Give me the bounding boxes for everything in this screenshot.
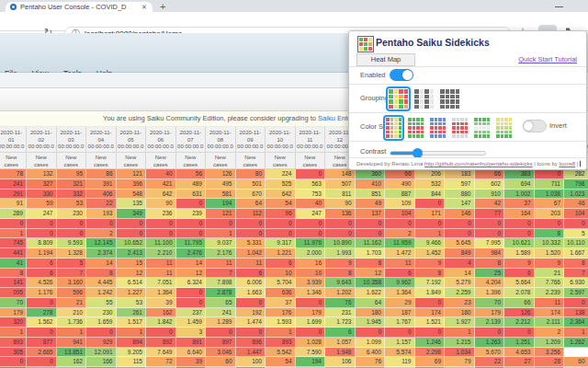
table-cell[interactable]: 1.593 [266,317,296,328]
table-cell[interactable]: 0 [325,229,356,239]
table-cell[interactable]: 1.517 [117,317,147,328]
table-cell[interactable]: 1.251 [504,338,535,348]
table-cell[interactable]: 90 [325,199,356,209]
column-header-measure[interactable]: Newcases [296,153,326,169]
table-cell[interactable]: 164 [504,209,535,219]
table-cell[interactable]: 6.640 [176,348,207,358]
table-cell[interactable]: 247 [296,209,326,219]
table-cell[interactable]: 8 [356,259,386,269]
table-cell[interactable]: 6 [27,269,57,279]
table-cell[interactable]: 203 [535,209,565,219]
table-cell[interactable]: 0 [504,229,535,239]
table-cell[interactable]: 54 [266,199,296,209]
table-cell[interactable]: 0 [57,219,87,229]
grouping-option-heatmap-whole[interactable] [439,88,460,109]
table-cell[interactable]: 844 [415,190,446,200]
table-cell[interactable]: 126 [206,169,236,179]
table-cell[interactable]: 1 [445,328,475,338]
table-cell[interactable]: 0 [445,219,475,229]
table-cell[interactable]: 40 [146,169,176,179]
grouping-option-heatmap-table[interactable] [388,88,409,109]
table-cell[interactable]: 10 [266,269,296,279]
enabled-toggle[interactable] [390,69,413,81]
table-cell[interactable] [564,348,588,358]
column-header-date[interactable]: 2020-11-0100:00:00.0 [0,127,27,153]
table-cell[interactable]: 2.665 [27,348,57,358]
table-cell[interactable]: 90 [146,199,176,209]
table-cell[interactable]: 104 [385,209,415,219]
table-cell[interactable]: 349 [117,209,147,219]
table-cell[interactable]: 2.176 [206,248,236,259]
table-cell[interactable]: 22 [86,199,117,209]
table-cell[interactable]: 146 [445,209,475,219]
table-cell[interactable]: 525 [266,179,296,190]
table-cell[interactable]: 6 [504,269,535,279]
table-cell[interactable]: 7.766 [535,278,565,288]
table-cell[interactable]: 0 [325,219,356,229]
table-cell[interactable]: 25 [475,269,505,279]
table-cell[interactable]: 66 [385,169,415,179]
table-cell[interactable]: 11.162 [356,238,386,248]
icons8-link[interactable]: Icons8 [559,161,575,167]
table-cell[interactable]: 12.091 [86,348,117,358]
column-header-measure[interactable]: Newcases [57,153,87,169]
table-cell[interactable]: 7.192 [415,278,446,288]
table-cell[interactable]: 1.209 [535,338,565,348]
column-header-measure[interactable]: Newcases [27,153,57,169]
table-cell[interactable]: 16 [296,259,326,269]
table-cell[interactable]: 631 [176,190,207,200]
table-cell[interactable]: 6 [325,328,356,338]
table-cell[interactable]: 1.038 [535,190,565,200]
table-cell[interactable]: 39 [146,298,176,308]
table-cell[interactable]: 180 [445,308,475,318]
table-cell[interactable]: 1 [0,328,27,338]
table-cell[interactable]: 80 [236,169,266,179]
table-cell[interactable]: 119 [385,357,415,367]
table-cell[interactable]: 1.346 [296,288,326,298]
table-cell[interactable]: 278 [27,308,57,318]
table-cell[interactable]: 745 [0,238,27,248]
window-minimize-button[interactable] [555,6,563,7]
table-cell[interactable]: 194 [206,199,236,209]
table-cell[interactable]: 383 [504,169,535,179]
table-cell[interactable]: 441 [0,248,27,259]
table-cell[interactable]: 849 [445,248,475,259]
quick-start-tutorial-link[interactable]: Quick Start Tutorial [518,55,577,63]
table-cell[interactable]: 1.945 [356,317,386,328]
table-cell[interactable]: 2.364 [564,317,588,328]
table-cell[interactable]: 9.593 [57,238,87,248]
table-cell[interactable]: 410 [356,179,386,190]
table-cell[interactable]: 6.514 [117,278,147,288]
table-cell[interactable]: 1.849 [415,288,446,298]
table-cell[interactable]: 239 [176,209,207,219]
table-cell[interactable]: 11 [535,298,565,308]
table-cell[interactable]: 7.995 [475,238,505,248]
table-cell[interactable]: 231 [325,308,356,318]
table-cell[interactable]: 180 [356,308,386,318]
table-cell[interactable]: 0 [415,298,446,308]
table-cell[interactable]: 72 [146,357,176,367]
column-header-date[interactable]: 2020-11-0600:00:00.0 [146,127,176,153]
table-cell[interactable]: 77 [475,209,505,219]
table-cell[interactable]: 65 [206,298,236,308]
table-cell[interactable]: 0 [296,219,326,229]
table-cell[interactable]: 0 [475,229,505,239]
table-cell[interactable]: 11 [146,269,176,279]
table-cell[interactable]: 9.317 [266,238,296,248]
table-cell[interactable]: 5.664 [504,278,535,288]
column-header-date[interactable]: 2020-11-1000:00:00.0 [266,127,296,153]
table-cell[interactable]: 1.364 [385,288,415,298]
table-cell[interactable]: 69 [415,357,446,367]
table-cell[interactable]: 46 [564,199,588,209]
table-cell[interactable]: 0 [0,219,27,229]
table-cell[interactable]: 224 [266,169,296,179]
table-cell[interactable]: 1.157 [385,338,415,348]
table-cell[interactable]: 5.704 [266,278,296,288]
table-cell[interactable]: 3.160 [57,278,87,288]
table-cell[interactable]: 753 [296,190,326,200]
color-scale-gray-red[interactable] [451,117,469,139]
table-cell[interactable]: 887 [385,190,415,200]
table-cell[interactable]: 490 [385,179,415,190]
table-cell[interactable]: 179 [296,308,326,318]
table-cell[interactable]: 563 [296,179,326,190]
